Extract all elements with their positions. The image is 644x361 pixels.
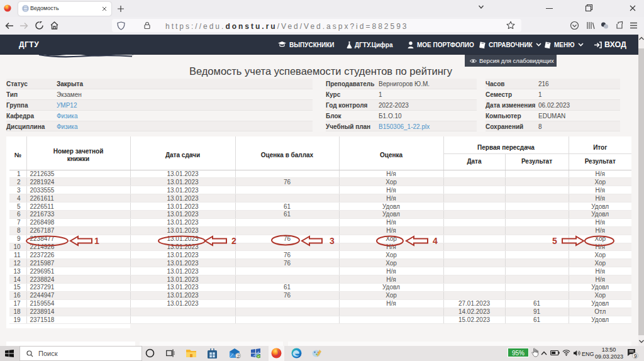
svg-text:3: 3 [330,236,335,246]
svg-text:2: 2 [237,353,240,359]
svg-text:2: 2 [231,236,236,246]
svg-text:9: 9 [634,353,637,359]
svg-text:5: 5 [552,236,557,246]
svg-text:4: 4 [433,236,438,246]
svg-text:1: 1 [94,236,99,246]
